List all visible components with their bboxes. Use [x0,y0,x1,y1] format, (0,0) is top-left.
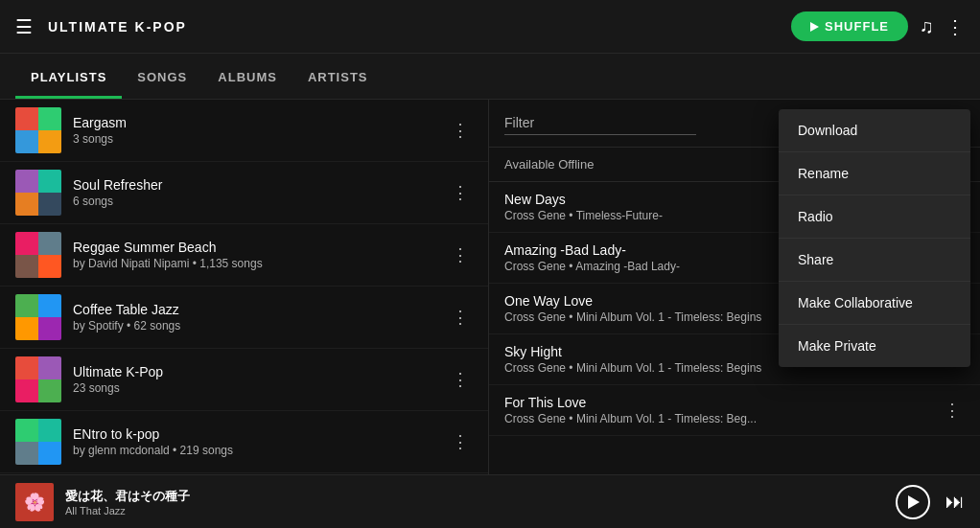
playlist-meta: 3 songs [73,132,448,146]
play-button[interactable] [896,485,930,519]
song-more-icon[interactable]: ⋮ [940,396,965,425]
context-menu-download[interactable]: Download [779,109,970,152]
skip-next-icon[interactable]: ⏭ [945,491,965,513]
main-content: Eargasm 3 songs ⋮ Soul Refresher 6 songs… [0,100,980,474]
playlist-name: Reggae Summer Beach [73,240,448,255]
search-input[interactable] [504,111,696,135]
playlist-meta: by David Nipati Nipami • 1,135 songs [73,257,448,270]
bottom-player: 🌸 愛は花、君はその種子 All That Jazz ⏭ [0,474,980,528]
playlist-name: ENtro to k-pop [73,426,448,442]
player-thumb-emoji: 🌸 [24,492,45,513]
tab-playlists[interactable]: PLAYLISTS [15,58,122,99]
playlist-more-icon[interactable]: ⋮ [448,427,473,456]
playlist-thumb [15,294,61,340]
playlist-info: ENtro to k-pop by glenn mcdonald • 219 s… [73,426,448,457]
music-icon[interactable]: ♫ [920,15,934,37]
playlist-info: Reggae Summer Beach by David Nipati Nipa… [73,240,448,270]
playlist-name: Coffee Table Jazz [73,302,448,317]
context-menu-rename[interactable]: Rename [779,152,970,195]
player-thumbnail: 🌸 [15,483,54,521]
playlist-name: Ultimate K-Pop [73,364,448,379]
tab-artists[interactable]: ARTISTS [292,58,384,99]
context-menu-make-collaborative[interactable]: Make Collaborative [779,282,970,325]
playlist-info: Eargasm 3 songs [73,115,448,146]
playlists-panel: Eargasm 3 songs ⋮ Soul Refresher 6 songs… [0,100,489,474]
context-menu-share[interactable]: Share [779,239,970,282]
context-menu: Download Rename Radio Share Make Collabo… [779,109,970,367]
list-item[interactable]: Soul Refresher 6 songs ⋮ [0,162,488,224]
playlist-info: Ultimate K-Pop 23 songs [73,364,448,395]
playlist-thumb [15,107,61,153]
list-item[interactable]: Coffee Table Jazz by Spotify • 62 songs … [0,287,488,349]
list-item[interactable]: ENtro to k-pop by glenn mcdonald • 219 s… [0,411,488,473]
playlist-more-icon[interactable]: ⋮ [448,241,473,269]
tabs-bar: PLAYLISTS SONGS ALBUMS ARTISTS [0,54,980,100]
tab-songs[interactable]: SONGS [122,58,202,99]
list-item[interactable]: Reggae Summer Beach by David Nipati Nipa… [0,224,488,287]
list-item[interactable]: Eargasm 3 songs ⋮ [0,100,488,162]
more-icon[interactable]: ⋮ [945,15,965,38]
context-menu-radio[interactable]: Radio [779,195,970,239]
list-item[interactable]: Ultimate K-Pop 23 songs ⋮ [0,349,488,411]
context-menu-make-private[interactable]: Make Private [779,325,970,367]
song-info: For This Love Cross Gene • Mini Album Vo… [504,395,940,425]
topnav: ☰ ULTIMATE K-POP SHUFFLE ♫ ⋮ [0,0,980,54]
player-info: 愛は花、君はその種子 All That Jazz [65,488,884,517]
play-triangle-icon [908,495,920,509]
list-item[interactable]: For This Love Cross Gene • Mini Album Vo… [489,385,980,436]
playlist-thumb [15,170,61,216]
songs-panel: Available Offline New Days Cross Gene • … [489,100,980,474]
playlist-info: Soul Refresher 6 songs [73,177,448,208]
song-meta: Cross Gene • Mini Album Vol. 1 - Timeles… [504,412,940,425]
playlist-meta: by glenn mcdonald • 219 songs [73,444,448,457]
tab-albums[interactable]: ALBUMS [202,58,292,99]
hamburger-icon[interactable]: ☰ [15,15,33,38]
playlist-name: Eargasm [73,115,448,130]
playlist-thumb [15,419,61,465]
playlist-meta: 23 songs [73,381,448,395]
playlist-thumb [15,232,61,278]
playlist-info: Coffee Table Jazz by Spotify • 62 songs [73,302,448,333]
playlist-meta: 6 songs [73,195,448,208]
playlist-meta: by Spotify • 62 songs [73,319,448,333]
topnav-icons: ♫ ⋮ [920,15,965,38]
player-title: 愛は花、君はその種子 [65,488,884,505]
playlist-name: Soul Refresher [73,177,448,193]
player-artist: All That Jazz [65,505,884,517]
player-controls: ⏭ [896,485,965,519]
app-title: ULTIMATE K-POP [48,19,791,34]
playlist-more-icon[interactable]: ⋮ [448,178,473,207]
playlist-more-icon[interactable]: ⋮ [448,116,473,145]
shuffle-button[interactable]: SHUFFLE [791,11,908,41]
play-triangle-icon [810,22,819,32]
playlist-thumb [15,356,61,402]
playlist-more-icon[interactable]: ⋮ [448,303,473,332]
shuffle-label: SHUFFLE [825,19,889,34]
playlist-more-icon[interactable]: ⋮ [448,365,473,394]
song-title: For This Love [504,395,940,410]
